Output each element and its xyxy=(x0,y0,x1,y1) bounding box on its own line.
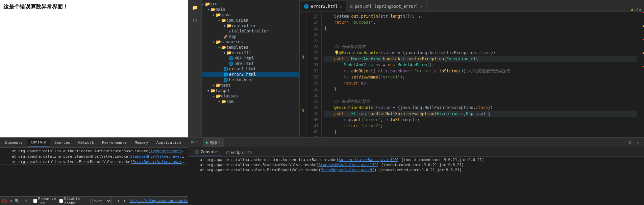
gutter-30: @ xyxy=(300,54,306,60)
editor-tab-pom[interactable]: m pom.xml (springboot_error) ✕ xyxy=(346,1,427,12)
tree-item-500[interactable]: 🌐 500.html xyxy=(202,61,299,66)
line-num-28: 28 xyxy=(306,44,319,50)
tree-item-templates[interactable]: ▾ 📂 templates xyxy=(202,45,299,50)
preserve-log-checkbox[interactable]: Preserve log xyxy=(33,197,58,205)
tree-item-404[interactable]: 🌐 404.html xyxy=(202,55,299,61)
tree-label-com: com xyxy=(226,99,234,104)
preserve-log-input[interactable] xyxy=(33,199,37,203)
code-line-39: public String handlerNullPointerExceptio… xyxy=(324,111,637,117)
run-stack-link-1[interactable]: AuthenticatorBase.java:490 xyxy=(339,158,397,162)
code-area[interactable]: System.out.println(str.length()); ▲8 ret… xyxy=(322,12,640,137)
endpoints-subtab-label: Endpoints xyxy=(231,150,253,155)
close-run-tab-icon[interactable]: ✕ xyxy=(218,140,220,144)
chevron-down-icon: ▾ xyxy=(213,94,215,98)
tab-application[interactable]: Application xyxy=(153,139,184,146)
tree-item-test[interactable]: ▸ 📂 test xyxy=(202,83,299,88)
gutter-27 xyxy=(300,36,306,42)
tree-item-app[interactable]: 🚀 App xyxy=(202,34,299,39)
run-log-1: at org.apache.catalina.authenticator.Aut… xyxy=(188,157,644,162)
tree-item-main[interactable]: ▾ 📂 main xyxy=(202,7,299,12)
warning-marker-2 xyxy=(643,52,644,54)
close-pom-icon[interactable]: ✕ xyxy=(420,5,422,8)
sidebar-structure-icon[interactable]: ⬡ xyxy=(189,14,201,26)
tree-label-404: 404.html xyxy=(234,56,254,61)
console-entry-3: at org.apache.catalina.valves.ErrorRepor… xyxy=(0,159,188,165)
tab-memory[interactable]: Memory xyxy=(131,139,152,146)
tree-item-error111[interactable]: ▾ 📂 error111 xyxy=(202,50,299,55)
run-subtab-endpoints[interactable]: ⬡ Endpoints xyxy=(223,149,256,156)
tree-item-hello-controller[interactable]: ☕ HelloController xyxy=(202,28,299,34)
code-line-43 xyxy=(324,135,637,137)
run-stack-link-2[interactable]: StandardHostValve.java:139 xyxy=(319,163,377,167)
tree-item-java[interactable]: ▾ 📂 java xyxy=(202,12,299,18)
tab-performance[interactable]: Performance xyxy=(99,139,130,146)
clear-console-icon[interactable]: 🚫 xyxy=(2,198,7,204)
folder-icon: 📂 xyxy=(210,7,216,12)
html-file-icon: 🌐 xyxy=(223,78,228,82)
app-file-icon: 🚀 xyxy=(223,35,228,39)
code-gutter: @ @ xyxy=(300,12,306,137)
run-log-3: at org.apache.catalina.valves.ErrorRepor… xyxy=(188,167,644,173)
tree-item-target[interactable]: ▾ 📂 target xyxy=(202,88,299,93)
upload-icon[interactable]: ⬆ xyxy=(116,198,121,204)
run-settings-icon[interactable]: ⚙ xyxy=(626,139,633,146)
run-close-icon[interactable]: ✕ xyxy=(635,139,641,146)
chevron-down-icon: ▾ xyxy=(223,24,226,28)
disable-cache-input[interactable] xyxy=(59,199,63,203)
folder-icon: 📂 xyxy=(216,94,221,98)
tree-item-src[interactable]: ▾ 📂 src xyxy=(202,1,299,7)
tree-label-hello: hello.html xyxy=(229,77,253,82)
stack-link-1[interactable]: AuthenticatorBase.java:490 xyxy=(150,149,188,153)
run-subtab-console[interactable]: ⬛ Console xyxy=(191,148,221,156)
stack-link-3[interactable]: ErrorReportValve.java:92 xyxy=(132,160,186,164)
tab-elements[interactable]: Elements xyxy=(1,139,26,146)
tree-item-classes[interactable]: ▾ 📂 classes xyxy=(202,93,299,99)
network-throttle-select[interactable]: Online Offline Slow 3G Fast 3G xyxy=(90,198,112,204)
stack-link-2[interactable]: StandardHostValve.java:139 xyxy=(130,154,188,159)
line-num-24: 24 xyxy=(306,19,319,25)
editor-content: @ @ xyxy=(300,12,644,137)
editor-tab-error2-label: error2.html xyxy=(311,4,338,9)
tab-network[interactable]: Network xyxy=(75,139,97,146)
gutter-42 xyxy=(300,126,306,132)
gutter-25 xyxy=(300,24,306,30)
ide-panel: 📁 ⬡ ▾ 📂 src ▾ 📂 main xyxy=(188,0,644,205)
tree-item-com-usian[interactable]: ▾ 📂 com.usian xyxy=(202,18,299,23)
tree-item-error2[interactable]: 🌐 error2.html xyxy=(202,72,299,77)
browser-panel: 这是个错误算数异常界面！ Elements Console Sources Ne… xyxy=(0,0,188,205)
code-line-25: } xyxy=(324,25,637,31)
download-icon[interactable]: ⬇ xyxy=(122,198,127,204)
html-file-icon: 🌐 xyxy=(229,62,233,66)
tree-item-controller[interactable]: ▾ 📂 controller xyxy=(202,23,299,28)
error-marker-2 xyxy=(643,39,644,40)
run-stack-link-3[interactable]: ErrorReportValve.java:92 xyxy=(321,168,374,172)
gutter-24 xyxy=(300,18,306,24)
browser-page: 这是个错误算数异常界面！ xyxy=(0,0,188,137)
tree-label-classes: classes xyxy=(221,94,238,98)
tab-console[interactable]: Console xyxy=(27,139,50,146)
tab-sources[interactable]: Sources xyxy=(51,139,73,146)
ide-top: 📁 ⬡ ▾ 📂 src ▾ 📂 main xyxy=(188,0,644,137)
run-app-tab[interactable]: ▶ App ✕ xyxy=(203,138,224,147)
html-file-icon: 🌐 xyxy=(223,67,228,71)
code-line-28: // 处理算术异常 xyxy=(324,44,637,50)
close-error2-icon[interactable]: ✕ xyxy=(340,5,342,8)
tree-label-500: 500.html xyxy=(234,61,254,66)
code-line-31: ModelAndView mv = new ModelAndView(); xyxy=(324,62,637,68)
disable-cache-checkbox[interactable]: Disable cache xyxy=(59,197,86,205)
filter-icon[interactable]: ⊘ xyxy=(8,198,13,204)
tree-item-resources[interactable]: ▾ 📂 resources xyxy=(202,39,299,45)
gutter-33 xyxy=(300,72,306,78)
file-tree: ▾ 📂 src ▾ 📂 main ▾ 📂 java xyxy=(202,0,300,137)
search-filter-icon[interactable]: 🔍 xyxy=(15,198,20,204)
sidebar-project-icon[interactable]: 📁 xyxy=(189,1,201,14)
tree-item-error1[interactable]: 🌐 error1.html xyxy=(202,66,299,72)
gutter-28 xyxy=(300,42,306,48)
code-line-29: 💡@ExceptionHandler(value = {java.lang.Ar… xyxy=(324,50,637,56)
line-num-40: 40 xyxy=(306,117,319,123)
tree-item-com[interactable]: ▾ 📂 com xyxy=(202,99,299,104)
tree-item-hello[interactable]: 🌐 hello.html xyxy=(202,77,299,83)
info-icon[interactable]: ℹ xyxy=(24,198,29,204)
warning-marker-1 xyxy=(643,25,644,27)
editor-tab-error2[interactable]: 🌐 error2.html ✕ xyxy=(300,1,346,12)
